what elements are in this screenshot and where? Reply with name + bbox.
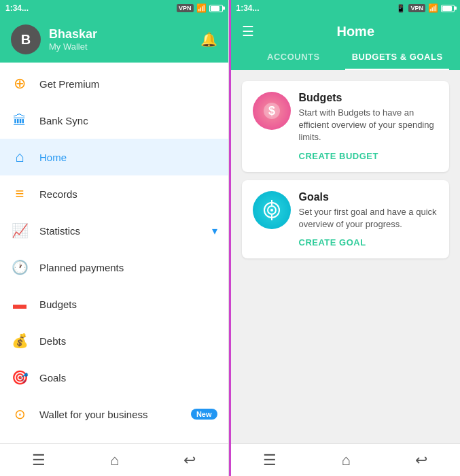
status-bar-left: 1:34 ... VPN 📶: [0, 0, 228, 16]
chevron-down-icon: ▾: [212, 224, 217, 237]
goals-card: Goals Set your first goal and have a qui…: [242, 180, 450, 258]
status-bar-right: 1:34 ... 📱 VPN 📶: [231, 0, 461, 16]
tab-accounts[interactable]: ACCOUNTS: [242, 45, 346, 70]
nav-label-planned-payments: Planned payments: [39, 262, 217, 273]
bell-icon[interactable]: 🔔: [200, 31, 217, 48]
bank-icon: 🏛: [11, 112, 29, 129]
bottom-bar-right: ☰ ⌂ ↩: [231, 443, 461, 476]
nav-label-records: Records: [39, 188, 217, 200]
home-icon: ⌂: [11, 148, 29, 166]
dots-right: ...: [253, 3, 260, 13]
back-icon-right[interactable]: ↩: [415, 452, 427, 469]
premium-icon: ⊕: [11, 75, 29, 92]
budgets-card-desc: Start with Budgets to have an efficient …: [299, 107, 439, 144]
home-bottom-icon-left[interactable]: ⌂: [110, 452, 119, 469]
nav-label-goals: Goals: [39, 372, 217, 384]
budgets-card-title: Budgets: [299, 92, 439, 104]
nav-label-bank-sync: Bank Sync: [39, 115, 217, 126]
vpn-badge-right: VPN: [408, 4, 425, 12]
tab-budgets-goals[interactable]: BUDGETS & GOALS: [345, 45, 449, 70]
dollar-icon: $: [262, 101, 282, 121]
budgets-card-text: Budgets Start with Budgets to have an ef…: [299, 92, 439, 161]
user-name: Bhaskar: [49, 27, 97, 41]
create-budget-button[interactable]: CREATE BUDGET: [299, 151, 439, 161]
battery-right: [441, 5, 455, 12]
nav-label-get-premium: Get Premium: [39, 78, 217, 90]
goals-card-desc: Set your first goal and have a quick ove…: [299, 206, 439, 231]
wifi-icon-right: 📶: [428, 3, 438, 13]
wallet-business-icon: ⊙: [11, 405, 29, 423]
nav-item-home[interactable]: ⌂ Home: [0, 139, 228, 175]
menu-icon-left[interactable]: ☰: [32, 452, 46, 469]
budgets-nav-icon: ▬: [11, 295, 29, 313]
user-info: B Bhaskar My Wallet: [11, 24, 97, 54]
menu-icon-right[interactable]: ☰: [242, 23, 254, 39]
goals-card-icon: [253, 191, 291, 229]
shopping-icon: 🛒: [11, 442, 29, 443]
nav-item-bank-sync[interactable]: 🏛 Bank Sync: [0, 102, 228, 139]
nav-item-budgets[interactable]: ▬ Budgets: [0, 286, 228, 322]
tabs-row: ACCOUNTS BUDGETS & GOALS: [242, 45, 450, 70]
back-icon-left[interactable]: ↩: [183, 452, 196, 469]
nav-item-statistics[interactable]: 📈 Statistics ▾: [0, 212, 228, 249]
target-icon: [262, 200, 282, 220]
phone-icon-right: 📱: [396, 4, 406, 13]
svg-point-4: [270, 209, 273, 211]
goals-nav-icon: 🎯: [11, 369, 29, 386]
goals-card-text: Goals Set your first goal and have a qui…: [299, 191, 439, 248]
main-content: $ Budgets Start with Budgets to have an …: [231, 70, 461, 443]
planned-icon: 🕐: [11, 258, 29, 276]
nav-item-get-premium[interactable]: ⊕ Get Premium: [0, 65, 228, 102]
nav-label-debts: Debts: [39, 335, 217, 347]
home-bottom-icon-right[interactable]: ⌂: [342, 452, 351, 469]
create-goal-button[interactable]: CREATE GOAL: [299, 237, 439, 248]
right-panel: 1:34 ... 📱 VPN 📶 ☰ Home ACCOUNTS BUDGETS…: [231, 0, 461, 476]
user-text: Bhaskar My Wallet: [49, 27, 97, 52]
nav-item-wallet-business[interactable]: ⊙ Wallet for your business New: [0, 396, 228, 432]
header-left: B Bhaskar My Wallet 🔔: [0, 16, 228, 63]
nav-item-planned-payments[interactable]: 🕐 Planned payments: [0, 249, 228, 286]
wallet-label: My Wallet: [49, 41, 97, 52]
nav-item-records[interactable]: ≡ Records: [0, 175, 228, 212]
bottom-bar-left: ☰ ⌂ ↩: [0, 443, 228, 476]
left-panel: 1:34 ... VPN 📶 B Bhaskar My Wallet: [0, 0, 229, 476]
budgets-card: $ Budgets Start with Budgets to have an …: [242, 81, 450, 172]
statistics-icon: 📈: [11, 222, 29, 239]
avatar: B: [11, 24, 41, 54]
budgets-card-inner: $ Budgets Start with Budgets to have an …: [253, 92, 439, 161]
goals-card-inner: Goals Set your first goal and have a qui…: [253, 191, 439, 248]
nav-label-statistics: Statistics: [39, 225, 201, 237]
nav-item-debts[interactable]: 💰 Debts: [0, 322, 228, 359]
nav-item-shopping-lists[interactable]: 🛒 Shopping lists: [0, 432, 228, 443]
header-top: ☰ Home: [242, 23, 450, 39]
records-icon: ≡: [11, 185, 29, 203]
nav-label-home: Home: [39, 152, 217, 163]
dots-left: ...: [22, 3, 29, 13]
nav-item-goals[interactable]: 🎯 Goals: [0, 359, 228, 396]
page-title: Home: [262, 24, 450, 39]
menu-icon-bottom-right[interactable]: ☰: [263, 452, 277, 469]
nav-list: ⊕ Get Premium 🏛 Bank Sync ⌂ Home ≡ Recor…: [0, 63, 228, 443]
nav-label-budgets: Budgets: [39, 299, 217, 310]
budgets-card-icon: $: [253, 92, 291, 130]
wifi-icon-left: 📶: [196, 3, 207, 13]
time-left: 1:34: [5, 3, 22, 13]
debts-icon: 💰: [11, 332, 29, 350]
goals-card-title: Goals: [299, 191, 439, 203]
status-icons-left: VPN 📶: [177, 3, 223, 13]
battery-left: [209, 5, 223, 12]
time-right: 1:34: [236, 3, 253, 13]
svg-text:$: $: [268, 104, 275, 118]
status-icons-right: 📱 VPN 📶: [396, 3, 455, 13]
vpn-badge: VPN: [177, 4, 194, 12]
nav-label-wallet-business: Wallet for your business: [39, 409, 180, 420]
new-badge: New: [191, 409, 217, 420]
header-right: ☰ Home ACCOUNTS BUDGETS & GOALS: [231, 16, 461, 70]
